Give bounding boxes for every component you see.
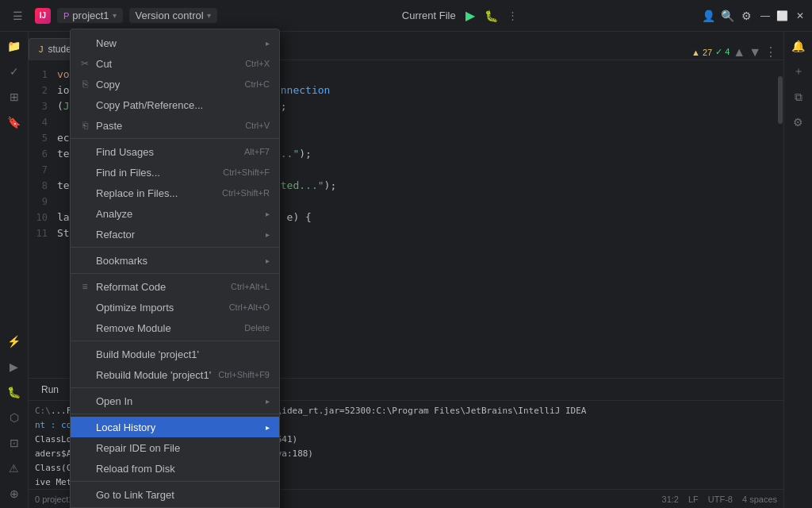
local-history-label: Local History xyxy=(96,421,155,433)
menu-item-open-in[interactable]: Open In▸ xyxy=(71,391,279,411)
rebuild-module-icon xyxy=(79,368,91,381)
menu-item-copy-path[interactable]: Copy Path/Reference... xyxy=(71,94,279,115)
menu-item-replace-in-files[interactable]: Replace in Files...Ctrl+Shift+R xyxy=(71,183,279,203)
menu-separator xyxy=(71,273,279,274)
reformat-code-icon: ≡ xyxy=(79,280,91,293)
copy-path-icon xyxy=(79,98,91,111)
copy-path-label: Copy Path/Reference... xyxy=(96,99,203,111)
replace-in-files-shortcut: Ctrl+Shift+R xyxy=(222,188,270,198)
repair-ide-label: Repair IDE on File xyxy=(96,442,180,454)
reload-disk-label: Reload from Disk xyxy=(96,463,175,475)
analyze-arrow: ▸ xyxy=(266,210,270,218)
bookmarks-icon xyxy=(79,254,91,267)
find-usages-shortcut: Alt+F7 xyxy=(244,147,270,156)
menu-item-reload-disk[interactable]: Reload from Disk xyxy=(71,458,279,479)
find-usages-icon xyxy=(79,145,91,158)
menu-item-remove-module[interactable]: Remove ModuleDelete xyxy=(71,318,279,338)
rebuild-module-shortcut: Ctrl+Shift+F9 xyxy=(218,370,270,379)
copy-label: Copy xyxy=(96,79,120,90)
local-history-arrow: ▸ xyxy=(266,423,270,432)
find-usages-label: Find Usages xyxy=(96,146,154,158)
menu-item-optimize-imports[interactable]: Optimize ImportsCtrl+Alt+O xyxy=(71,297,279,318)
context-menu-overlay: New▸✂CutCtrl+X⎘CopyCtrl+CCopy Path/Refer… xyxy=(0,0,812,508)
go-to-link-label: Go to Link Target xyxy=(96,489,174,501)
open-in-label: Open In xyxy=(96,395,132,407)
menu-item-go-to-link[interactable]: Go to Link Target xyxy=(71,484,279,505)
paste-icon: ⎗ xyxy=(79,119,91,132)
go-to-link-icon xyxy=(79,488,91,501)
build-module-label: Build Module 'project1' xyxy=(96,348,199,360)
menu-item-build-module[interactable]: Build Module 'project1' xyxy=(71,344,279,364)
open-in-arrow: ▸ xyxy=(266,397,270,406)
cut-icon: ✂ xyxy=(79,57,91,70)
find-in-files-shortcut: Ctrl+Shift+F xyxy=(223,167,270,177)
paste-shortcut: Ctrl+V xyxy=(245,121,270,130)
find-in-files-icon xyxy=(79,166,91,179)
reformat-code-shortcut: Ctrl+Alt+L xyxy=(231,282,270,291)
copy-shortcut: Ctrl+C xyxy=(245,79,270,89)
new-icon xyxy=(79,37,91,49)
menu-item-cut[interactable]: ✂CutCtrl+X xyxy=(71,53,279,74)
menu-separator xyxy=(71,414,279,414)
menu-separator xyxy=(71,341,279,341)
replace-in-files-label: Replace in Files... xyxy=(96,187,178,199)
menu-separator xyxy=(71,387,279,388)
new-arrow: ▸ xyxy=(266,39,270,48)
analyze-label: Analyze xyxy=(96,208,132,220)
reformat-code-label: Reformat Code xyxy=(96,281,166,293)
repair-ide-icon xyxy=(79,441,91,454)
local-history-icon xyxy=(79,421,91,433)
new-label: New xyxy=(96,37,117,49)
context-menu: New▸✂CutCtrl+X⎘CopyCtrl+CCopy Path/Refer… xyxy=(70,29,280,508)
copy-icon: ⎘ xyxy=(79,78,91,90)
menu-item-bookmarks[interactable]: Bookmarks▸ xyxy=(71,250,279,271)
build-module-icon xyxy=(79,348,91,360)
paste-label: Paste xyxy=(96,120,122,132)
menu-item-find-in-files[interactable]: Find in Files...Ctrl+Shift+F xyxy=(71,162,279,183)
menu-item-find-usages[interactable]: Find UsagesAlt+F7 xyxy=(71,141,279,162)
menu-item-local-history[interactable]: Local History▸ xyxy=(71,417,279,437)
remove-module-shortcut: Delete xyxy=(244,323,270,333)
bookmarks-label: Bookmarks xyxy=(96,255,147,267)
reload-disk-icon xyxy=(79,462,91,475)
optimize-imports-label: Optimize Imports xyxy=(96,302,174,314)
menu-item-copy[interactable]: ⎘CopyCtrl+C xyxy=(71,74,279,94)
refactor-icon xyxy=(79,228,91,241)
rebuild-module-label: Rebuild Module 'project1' xyxy=(96,369,211,381)
bookmarks-arrow: ▸ xyxy=(266,256,270,265)
remove-module-label: Remove Module xyxy=(96,322,171,334)
menu-item-analyze[interactable]: Analyze▸ xyxy=(71,203,279,224)
remove-module-icon xyxy=(79,321,91,334)
replace-in-files-icon xyxy=(79,187,91,199)
menu-item-repair-ide[interactable]: Repair IDE on File xyxy=(71,437,279,458)
analyze-icon xyxy=(79,207,91,220)
menu-item-reformat-code[interactable]: ≡Reformat CodeCtrl+Alt+L xyxy=(71,276,279,297)
menu-item-new[interactable]: New▸ xyxy=(71,33,279,53)
menu-separator xyxy=(71,138,279,139)
optimize-imports-icon xyxy=(79,301,91,314)
cut-label: Cut xyxy=(96,58,112,70)
cut-shortcut: Ctrl+X xyxy=(245,59,270,68)
open-in-icon xyxy=(79,394,91,407)
menu-item-paste[interactable]: ⎗PasteCtrl+V xyxy=(71,115,279,136)
find-in-files-label: Find in Files... xyxy=(96,167,160,179)
refactor-arrow: ▸ xyxy=(266,230,270,239)
menu-item-refactor[interactable]: Refactor▸ xyxy=(71,224,279,244)
menu-item-rebuild-module[interactable]: Rebuild Module 'project1'Ctrl+Shift+F9 xyxy=(71,364,279,385)
optimize-imports-shortcut: Ctrl+Alt+O xyxy=(229,302,270,312)
refactor-label: Refactor xyxy=(96,229,135,241)
menu-separator xyxy=(71,481,279,482)
menu-separator xyxy=(71,247,279,248)
